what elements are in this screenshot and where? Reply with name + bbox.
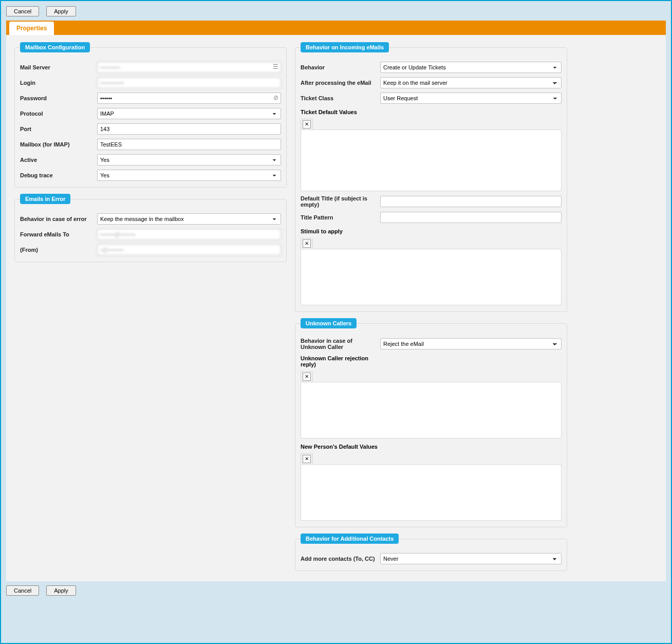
label-ticket-class: Ticket Class <box>301 95 380 101</box>
stimuli-editor[interactable] <box>301 249 562 305</box>
label-new-person-defaults: New Person's Default Values <box>301 444 378 450</box>
fieldset-mailbox: Mailbox Configuration Mail Server ☰ Logi… <box>14 42 287 188</box>
tab-properties[interactable]: Properties <box>9 22 54 35</box>
mailbox-imap-input[interactable] <box>97 139 281 150</box>
label-from: (From) <box>20 247 97 253</box>
after-processing-select[interactable]: Keep it on the mail server <box>380 77 562 88</box>
add-contacts-select[interactable]: Never <box>380 553 562 564</box>
label-ticket-defaults: Ticket Default Values <box>301 109 562 115</box>
label-protocol: Protocol <box>20 111 97 117</box>
default-title-input[interactable] <box>380 196 562 207</box>
legend-incoming: Behavior on Incoming eMails <box>301 42 389 52</box>
mail-server-input[interactable] <box>97 62 281 73</box>
title-pattern-input[interactable] <box>380 212 562 223</box>
protocol-select[interactable]: IMAP <box>97 108 281 119</box>
debug-select[interactable]: Yes <box>97 170 281 181</box>
fieldset-incoming: Behavior on Incoming eMails Behavior Cre… <box>295 42 567 312</box>
label-inc-behavior: Behavior <box>301 64 380 70</box>
content-area: Mailbox Configuration Mail Server ☰ Logi… <box>6 35 666 581</box>
active-select[interactable]: Yes <box>97 154 281 165</box>
fieldset-errors: Emails in Error Behavior in case of erro… <box>14 194 287 262</box>
ticket-defaults-toolbar: ✕ <box>301 119 313 130</box>
fullscreen-icon[interactable]: ✕ <box>303 240 311 248</box>
label-stimuli: Stimuli to apply <box>301 228 562 234</box>
ticket-defaults-editor[interactable] <box>301 130 562 191</box>
label-port: Port <box>20 126 97 132</box>
unknown-behavior-select[interactable]: Reject the eMail <box>380 338 562 349</box>
label-mail-server: Mail Server <box>20 64 97 70</box>
top-buttons: Cancel Apply <box>6 6 666 16</box>
new-person-toolbar: ✕ <box>301 453 313 464</box>
port-input[interactable] <box>97 123 281 135</box>
label-rejection-reply: Unknown Caller rejection reply) <box>301 355 378 367</box>
incoming-behavior-select[interactable]: Create or Update Tickets <box>380 62 562 73</box>
label-add-more-contacts: Add more contacts (To, CC) <box>301 556 380 562</box>
fieldset-additional-contacts: Behavior for Additional Contacts Add mor… <box>295 533 567 571</box>
error-behavior-select[interactable]: Keep the message in the mailbox <box>97 213 281 225</box>
label-mailbox-imap: Mailbox (for IMAP) <box>20 141 97 148</box>
stimuli-toolbar: ✕ <box>301 238 313 249</box>
bottom-buttons: Cancel Apply <box>6 585 666 596</box>
login-input[interactable] <box>97 77 281 88</box>
rejection-toolbar: ✕ <box>301 371 313 382</box>
label-forward-to: Forward eMails To <box>20 231 97 237</box>
new-person-defaults-editor[interactable] <box>301 464 562 521</box>
label-password: Password <box>20 95 97 101</box>
forward-to-input[interactable] <box>97 229 281 240</box>
password-reveal-icon[interactable]: ⊘ <box>273 94 278 101</box>
cancel-button-bottom[interactable]: Cancel <box>6 585 39 596</box>
autofill-icon: ☰ <box>273 63 278 70</box>
tabs-bar: Properties <box>6 21 666 35</box>
label-error-behavior: Behavior in case of error <box>20 216 97 222</box>
rejection-reply-editor[interactable] <box>301 382 562 438</box>
legend-mailbox: Mailbox Configuration <box>20 42 90 52</box>
from-input[interactable] <box>97 244 281 255</box>
apply-button-bottom[interactable]: Apply <box>46 585 76 596</box>
legend-unknown: Unknown Callers <box>301 318 357 328</box>
label-login: Login <box>20 80 97 86</box>
legend-additional: Behavior for Additional Contacts <box>301 533 399 544</box>
fullscreen-icon[interactable]: ✕ <box>303 455 311 463</box>
fullscreen-icon[interactable]: ✕ <box>303 373 311 381</box>
legend-errors: Emails in Error <box>20 194 70 204</box>
label-unknown-behavior: Behavior in case of Unknown Caller <box>301 338 380 350</box>
apply-button[interactable]: Apply <box>46 6 76 16</box>
cancel-button[interactable]: Cancel <box>6 6 39 16</box>
ticket-class-select[interactable]: User Request <box>380 93 562 104</box>
label-active: Active <box>20 157 97 163</box>
fullscreen-icon[interactable]: ✕ <box>303 120 311 128</box>
label-after-processing: After processing the eMail <box>301 80 380 86</box>
label-title-pattern: Title Pattern <box>301 214 380 220</box>
label-default-title: Default Title (if subject is empty) <box>301 195 380 208</box>
fieldset-unknown-callers: Unknown Callers Behavior in case of Unkn… <box>295 318 567 527</box>
label-debug: Debug trace <box>20 172 97 178</box>
password-input[interactable] <box>97 93 281 104</box>
